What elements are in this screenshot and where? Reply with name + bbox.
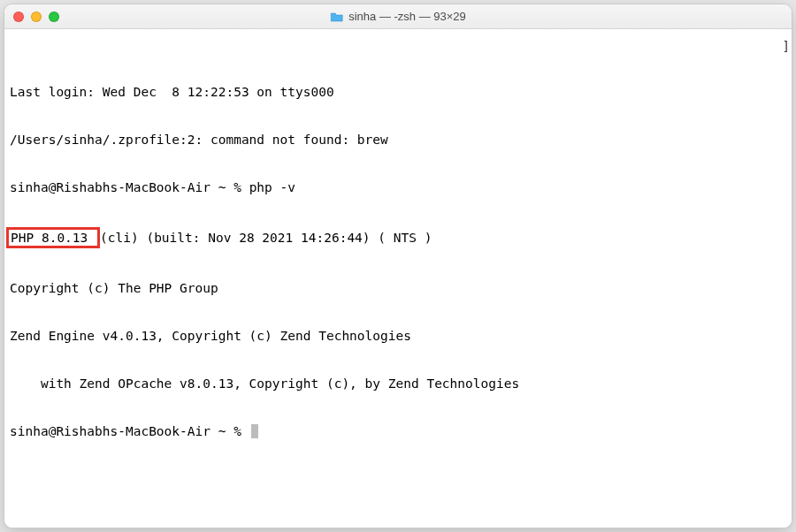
close-button[interactable] (13, 11, 24, 22)
output-text: (cli) (built: Nov 28 2021 14:26:44) ( NT… (100, 231, 432, 245)
terminal-window: sinha — -zsh — 93×29 ] Last login: Wed D… (4, 4, 792, 528)
cursor (251, 424, 258, 438)
zoom-button[interactable] (49, 11, 59, 22)
command-text: php -v (249, 180, 295, 194)
output-line: Zend Engine v4.0.13, Copyright (c) Zend … (10, 328, 786, 344)
folder-icon (330, 11, 343, 22)
prompt-line: sinha@Rishabhs-MacBook-Air ~ % (10, 423, 786, 439)
php-version-highlight: PHP 8.0.13 (6, 227, 100, 248)
prompt-line: sinha@Rishabhs-MacBook-Air ~ % php -v (10, 179, 786, 195)
minimize-button[interactable] (31, 11, 42, 22)
output-line: /Users/sinha/.zprofile:2: command not fo… (10, 132, 786, 148)
terminal-body[interactable]: ] Last login: Wed Dec 8 12:22:53 on ttys… (4, 29, 792, 528)
window-controls (13, 11, 59, 22)
titlebar[interactable]: sinha — -zsh — 93×29 (4, 4, 792, 29)
scroll-indicator: ] (783, 38, 790, 54)
prompt: sinha@Rishabhs-MacBook-Air ~ % (10, 180, 249, 194)
prompt: sinha@Rishabhs-MacBook-Air ~ % (10, 424, 249, 438)
output-line: Copyright (c) The PHP Group (10, 280, 786, 296)
output-line: PHP 8.0.13 (cli) (built: Nov 28 2021 14:… (10, 227, 786, 248)
window-title-group: sinha — -zsh — 93×29 (330, 10, 466, 23)
output-line: with Zend OPcache v8.0.13, Copyright (c)… (10, 376, 786, 391)
window-title: sinha — -zsh — 93×29 (348, 10, 466, 23)
output-line: Last login: Wed Dec 8 12:22:53 on ttys00… (10, 84, 786, 100)
